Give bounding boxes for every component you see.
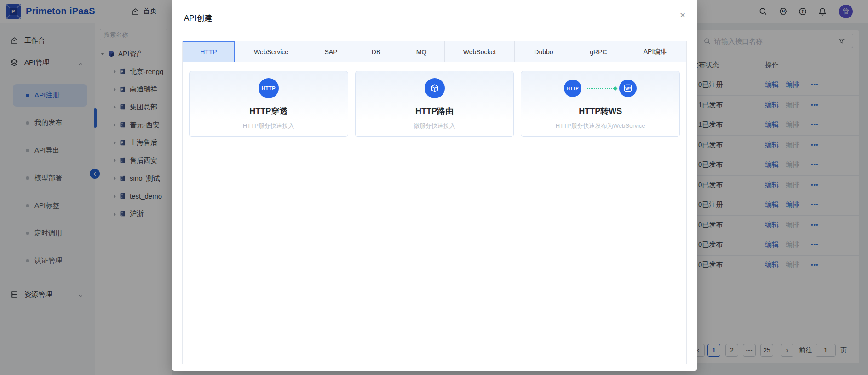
card-subtitle: HTTP服务快速发布为WebService: [521, 122, 679, 130]
http-badge-icon: HTTP: [564, 80, 581, 97]
card-http-passthrough[interactable]: HTTP HTTP穿透 HTTP服务快速接入: [189, 71, 348, 137]
tab[interactable]: Dubbo: [515, 41, 573, 62]
tab[interactable]: SAP: [308, 41, 354, 62]
svg-text:W: W: [625, 86, 629, 91]
tab[interactable]: DB: [354, 41, 398, 62]
cube-badge-icon: [425, 78, 445, 98]
ws-doc-icon: W: [619, 80, 637, 97]
http-to-ws-icon-row: HTTP W: [521, 78, 679, 98]
card-title: HTTP转WS: [521, 106, 679, 117]
creation-cards: HTTP HTTP穿透 HTTP服务快速接入 HTTP路由 微服务快速接入 HT…: [189, 71, 680, 137]
tab-bar: HTTP WebService SAP DB MQ WebSocket Dubb…: [183, 41, 686, 62]
card-subtitle: 微服务快速接入: [356, 122, 514, 130]
tab[interactable]: WebService: [235, 41, 308, 62]
tab[interactable]: WebSocket: [445, 41, 515, 62]
card-title: HTTP穿透: [190, 106, 348, 117]
close-icon[interactable]: ✕: [677, 9, 689, 21]
card-subtitle: HTTP服务快速接入: [190, 122, 348, 130]
modal-title: API创建: [184, 13, 212, 23]
dotted-arrow-icon: [587, 88, 614, 89]
tab[interactable]: gRPC: [573, 41, 624, 62]
http-badge-icon: HTTP: [259, 78, 279, 98]
card-title: HTTP路由: [356, 106, 514, 117]
tab[interactable]: HTTP: [183, 41, 235, 62]
tab[interactable]: API编排: [624, 41, 686, 62]
modal-tab-panel: HTTP WebService SAP DB MQ WebSocket Dubb…: [182, 41, 687, 364]
tab[interactable]: MQ: [398, 41, 445, 62]
card-http-to-ws[interactable]: HTTP W HTTP转WS HTTP服务快速发布为WebService: [521, 71, 680, 137]
card-http-route[interactable]: HTTP路由 微服务快速接入: [355, 71, 514, 137]
api-create-modal: API创建 ✕ HTTP WebService SAP DB MQ WebSoc…: [172, 0, 697, 371]
